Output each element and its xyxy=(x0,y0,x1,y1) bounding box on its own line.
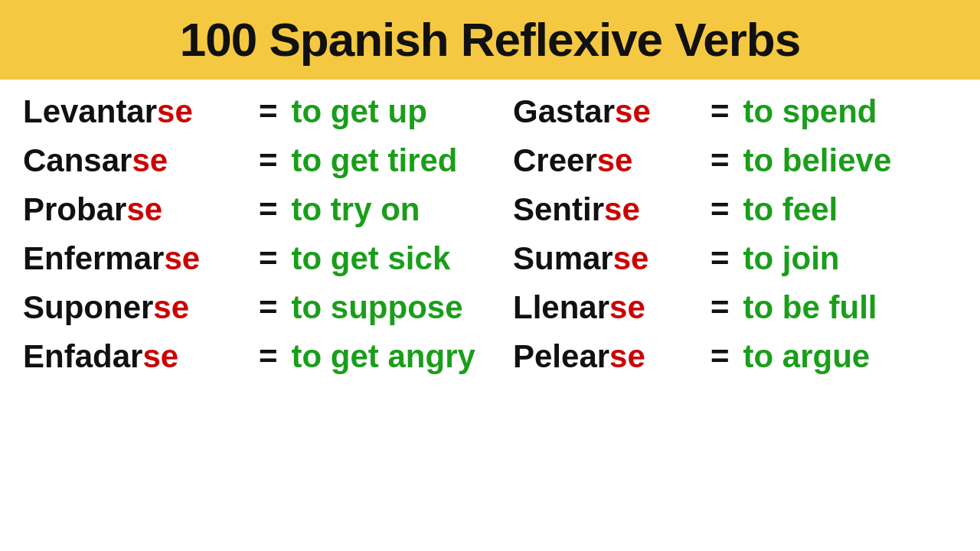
se-suffix: se xyxy=(164,240,200,276)
verb-row: Sumarse=to join xyxy=(513,234,957,283)
english-translation: to be full xyxy=(743,289,877,326)
english-translation: to suppose xyxy=(292,289,463,326)
spanish-verb: Cansarse xyxy=(23,142,245,179)
se-suffix: se xyxy=(142,338,178,374)
spanish-verb: Enfermarse xyxy=(23,240,245,277)
equals-sign: = xyxy=(259,142,278,179)
spanish-verb: Gastarse xyxy=(513,93,697,130)
equals-sign: = xyxy=(710,142,730,179)
spanish-verb: Pelearse xyxy=(513,338,697,375)
verb-row: Enfadarse=to get angry xyxy=(23,332,490,381)
verb-row: Suponerse=to suppose xyxy=(23,283,490,332)
verb-row: Enfermarse=to get sick xyxy=(23,234,490,283)
verb-row: Sentirse=to feel xyxy=(513,185,957,234)
english-translation: to believe xyxy=(743,142,892,179)
se-suffix: se xyxy=(157,93,193,129)
equals-sign: = xyxy=(710,93,730,130)
se-suffix: se xyxy=(153,289,189,325)
english-translation: to feel xyxy=(743,191,838,228)
english-translation: to argue xyxy=(743,338,871,375)
se-suffix: se xyxy=(609,338,645,374)
equals-sign: = xyxy=(259,338,278,375)
verb-row: Llenarse=to be full xyxy=(513,283,957,332)
spanish-verb: Enfadarse xyxy=(23,338,245,375)
equals-sign: = xyxy=(710,240,730,277)
equals-sign: = xyxy=(710,289,730,326)
verb-row: Gastarse=to spend xyxy=(513,87,957,136)
equals-sign: = xyxy=(259,289,278,326)
se-suffix: se xyxy=(609,289,645,325)
english-translation: to get tired xyxy=(292,142,458,179)
content-grid: Levantarse=to get upCansarse=to get tire… xyxy=(0,80,980,381)
equals-sign: = xyxy=(710,191,730,228)
english-translation: to spend xyxy=(743,93,877,130)
spanish-verb: Sumarse xyxy=(513,240,697,277)
spanish-verb: Creerse xyxy=(513,142,697,179)
right-column: Gastarse=to spendCreerse=to believeSenti… xyxy=(490,87,957,381)
english-translation: to try on xyxy=(292,191,420,228)
spanish-verb: Llenarse xyxy=(513,289,697,326)
spanish-verb: Probarse xyxy=(23,191,245,228)
equals-sign: = xyxy=(259,93,278,130)
english-translation: to join xyxy=(743,240,840,277)
spanish-verb: Sentirse xyxy=(513,191,697,228)
spanish-verb: Levantarse xyxy=(23,93,245,130)
se-suffix: se xyxy=(126,191,162,227)
spanish-verb: Suponerse xyxy=(23,289,245,326)
se-suffix: se xyxy=(615,93,651,129)
se-suffix: se xyxy=(597,142,633,178)
se-suffix: se xyxy=(613,240,649,276)
verb-row: Levantarse=to get up xyxy=(23,87,490,136)
se-suffix: se xyxy=(604,191,640,227)
english-translation: to get angry xyxy=(292,338,475,375)
left-column: Levantarse=to get upCansarse=to get tire… xyxy=(23,87,490,381)
page-title: 100 Spanish Reflexive Verbs xyxy=(23,14,957,66)
header: 100 Spanish Reflexive Verbs xyxy=(0,0,980,80)
english-translation: to get up xyxy=(292,93,427,130)
verb-row: Creerse=to believe xyxy=(513,136,957,185)
equals-sign: = xyxy=(710,338,730,375)
equals-sign: = xyxy=(259,191,278,228)
se-suffix: se xyxy=(132,142,168,178)
verb-row: Probarse=to try on xyxy=(23,185,490,234)
verb-row: Pelearse=to argue xyxy=(513,332,957,381)
verb-row: Cansarse=to get tired xyxy=(23,136,490,185)
english-translation: to get sick xyxy=(292,240,451,277)
equals-sign: = xyxy=(259,240,278,277)
